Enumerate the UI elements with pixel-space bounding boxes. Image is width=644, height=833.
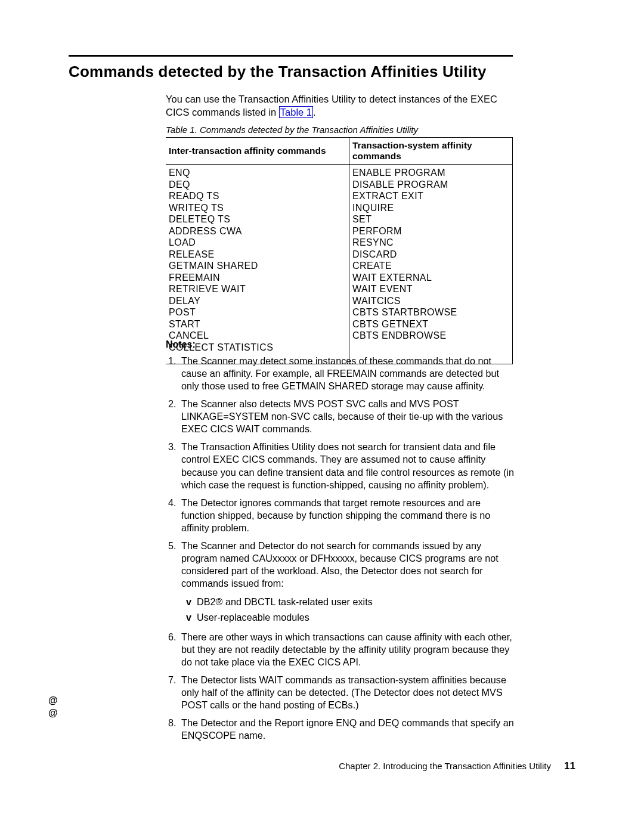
commands-table: Inter-transaction affinity commands Tran… [166,137,513,364]
margin-at-marks: @ @ [48,695,58,720]
document-page: Commands detected by the Transaction Aff… [0,0,644,833]
note-item: The Scanner may detect some instances of… [179,355,515,392]
footer-page-number: 11 [564,760,575,772]
note-5-text: The Scanner and Detector do not search f… [181,540,499,589]
intro-paragraph: You can use the Transaction Affinities U… [166,92,518,119]
note-5-sublist: DB2® and DBCTL task-related user exits U… [181,594,515,625]
sublist-item: DB2® and DBCTL task-related user exits [186,594,515,610]
footer-chapter: Chapter 2. Introducing the Transaction A… [339,761,551,771]
intro-text-before: You can use the Transaction Affinities U… [166,94,497,117]
note-item: The Detector ignores commands that targe… [179,497,515,534]
col2-header: Transaction-system affinity commands [349,138,513,165]
note-item: The Scanner and Detector do not search f… [179,540,515,625]
notes-block: Notes: The Scanner may detect some insta… [166,339,515,747]
note-item: The Detector lists WAIT commands as tran… [179,674,515,711]
table-header-row: Inter-transaction affinity commands Tran… [166,138,513,165]
sublist-item: User-replaceable modules [186,610,515,625]
col1-header: Inter-transaction affinity commands [166,138,349,165]
table-1-link[interactable]: Table 1 [279,106,313,118]
note-item: The Scanner also detects MVS POST SVC ca… [179,398,515,435]
section-heading: Commands detected by the Transaction Aff… [69,63,487,81]
col2-body: ENABLE PROGRAM DISABLE PROGRAM EXTRACT E… [349,165,513,364]
col1-body: ENQ DEQ READQ TS WRITEQ TS DELETEQ TS AD… [166,165,349,364]
notes-list: The Scanner may detect some instances of… [166,355,515,742]
table-caption: Table 1. Commands detected by the Transa… [166,125,418,135]
note-item: There are other ways in which transactio… [179,631,515,668]
footer: Chapter 2. Introducing the Transaction A… [339,760,575,772]
horizontal-rule [69,55,513,57]
note-item: The Detector and the Report ignore ENQ a… [179,717,515,742]
intro-text-after: . [313,107,316,117]
table-row: ENQ DEQ READQ TS WRITEQ TS DELETEQ TS AD… [166,165,513,364]
note-item: The Transaction Affinities Utility does … [179,441,515,491]
notes-heading: Notes: [166,339,515,350]
